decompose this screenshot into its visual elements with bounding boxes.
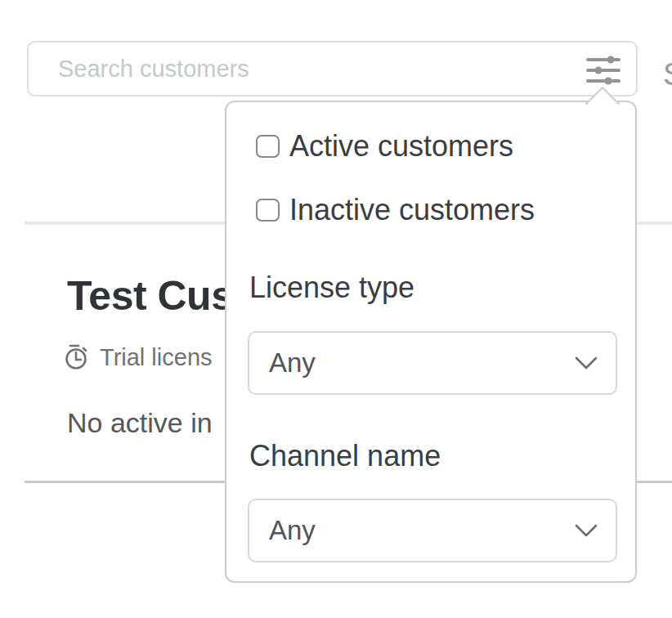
chevron-down-icon <box>575 356 598 370</box>
filter-button[interactable] <box>584 51 623 90</box>
active-customers-checkbox[interactable] <box>256 135 280 158</box>
search-input[interactable] <box>29 43 636 95</box>
chevron-down-icon <box>575 524 598 538</box>
channel-name-select-value: Any <box>249 515 575 546</box>
license-type-select-value: Any <box>249 347 575 378</box>
filter-option-inactive-customers[interactable]: Inactive customers <box>256 195 535 225</box>
customer-status-text: No active in <box>67 407 213 439</box>
checkbox-label: Inactive customers <box>289 195 535 225</box>
license-badge-label: Trial licens <box>100 344 213 371</box>
inactive-customers-checkbox[interactable] <box>256 199 280 222</box>
license-type-label: License type <box>249 271 414 305</box>
timer-icon <box>64 343 90 371</box>
channel-name-select[interactable]: Any <box>248 499 617 562</box>
channel-name-label: Channel name <box>249 439 441 473</box>
license-type-select[interactable]: Any <box>248 331 617 395</box>
filter-popover: Active customers Inactive customers Lice… <box>225 101 637 583</box>
filter-option-active-customers[interactable]: Active customers <box>256 132 513 161</box>
sliders-icon <box>586 53 620 87</box>
customer-name-heading: Test Cust <box>67 272 247 320</box>
clipped-right-text[interactable]: S <box>663 57 672 92</box>
license-badge: Trial licens <box>64 343 213 371</box>
checkbox-label: Active customers <box>289 132 513 161</box>
search-bar <box>27 41 638 96</box>
